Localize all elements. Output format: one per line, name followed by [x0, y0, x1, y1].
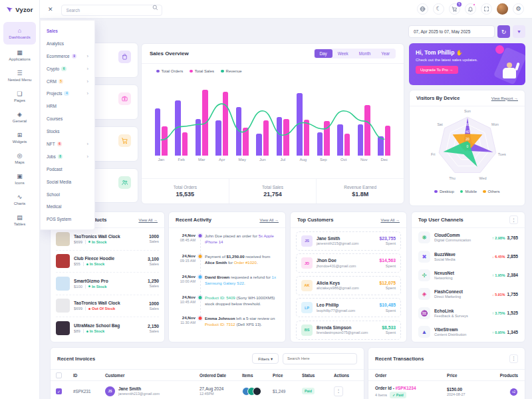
filter-dropdown-button[interactable]: ▼: [513, 25, 525, 38]
channel-row[interactable]: ▲ VibeStream Content Distribution ↑ 0.95…: [412, 323, 525, 341]
flyout-item[interactable]: NFT 6 ›: [41, 138, 94, 150]
flyout-item-label: POS System: [47, 217, 71, 221]
product-sales-unit: Sales: [148, 262, 159, 266]
customer-row[interactable]: JD Jhon Doe jhondoe431@gmail.com $14,563…: [296, 253, 401, 273]
channel-row[interactable]: ✖ BuzzWave Social Media ↓ 6.45% 2,855: [412, 247, 525, 265]
language-icon[interactable]: [417, 3, 428, 15]
col-id: ID: [73, 373, 105, 378]
channel-name: EchoLink: [434, 309, 468, 313]
invoices-title: Recent Invoices: [57, 356, 95, 362]
flyout-item[interactable]: Social Media: [41, 176, 94, 188]
flyout-item[interactable]: CRM 5 ›: [41, 75, 94, 88]
flyout-item[interactable]: Sales: [41, 25, 94, 37]
sidebar-item[interactable]: ◈ General: [3, 108, 36, 127]
divider: [83, 262, 84, 266]
global-search: [61, 3, 162, 16]
cart-icon[interactable]: 5: [449, 3, 460, 15]
radar-chart-wrap: SunMonTuesWedThuFriSat6040200: [410, 106, 525, 189]
customer-name: Jane Smith: [317, 236, 358, 241]
transactions-table-body: Order Id - #SPK1234 4 Items ✓ Paid $150.…: [368, 381, 525, 399]
flyout-item[interactable]: HRM: [41, 100, 94, 112]
transactions-title: Recent Transactions: [375, 356, 424, 362]
sidebar-item[interactable]: ❏ Pages: [3, 87, 36, 106]
customer-row[interactable]: AK Alicia Keys aliciakeys986@gmail.com $…: [296, 276, 401, 295]
product-row[interactable]: UltraMaze School Bag $89 In Stock 2,150 …: [56, 317, 159, 340]
transaction-row[interactable]: Order Id - #SPK1234 4 Items ✓ Paid $150.…: [368, 381, 525, 399]
view-report-link[interactable]: View Report →: [491, 96, 518, 100]
sidebar-item[interactable]: ☰ Nested Menu: [3, 66, 36, 86]
sidebar-item[interactable]: ▤ Tables: [3, 211, 36, 230]
customer-row[interactable]: JS Jane Smith janesmith215@gmail.com $23…: [296, 231, 401, 251]
select-all-checkbox[interactable]: [56, 372, 62, 378]
upgrade-to-pro-button[interactable]: Upgrade To Pro →: [416, 66, 458, 74]
flyout-item[interactable]: Stocks: [41, 125, 94, 138]
activity-date: 24,Nov: [174, 315, 196, 320]
product-row[interactable]: Club Fleece Hoodie $55 In Stock 3,100 Sa…: [56, 251, 159, 273]
dark-mode-icon[interactable]: ☾: [433, 3, 444, 15]
product-row[interactable]: SmartGizmo Pro $100 In Stock 1,250 Sales: [56, 273, 159, 295]
channel-change: ↑ 1.95%: [492, 273, 505, 277]
invoice-row[interactable]: ✓ #SPK231 JS Jane Smith janesmith213@gma…: [51, 381, 364, 399]
sidebar-item[interactable]: ▦ Applications: [3, 46, 36, 65]
products-view-all-link[interactable]: View All →: [138, 218, 158, 222]
settings-gear-icon[interactable]: ⚙: [513, 3, 524, 15]
period-tab[interactable]: Week: [332, 49, 354, 58]
sidebar-item[interactable]: ⌂ Dashboards: [3, 22, 36, 45]
row-actions-icon[interactable]: ⋮: [334, 386, 343, 396]
spent-label: Spent: [379, 241, 396, 245]
flyout-item[interactable]: Ecommerce 9 ›: [41, 50, 94, 63]
flyout-item[interactable]: Courses: [41, 112, 94, 125]
upgrade-promo-card: Hi, Tom Phillip ✋ Check out the latest s…: [409, 43, 525, 85]
customer-row[interactable]: LP Leo Phillip leophillip77@gmail.com $1…: [296, 298, 401, 317]
channel-category: Feedback & Surveys: [434, 314, 468, 318]
filters-button[interactable]: Filters ▾: [252, 353, 279, 364]
date-range-input[interactable]: [408, 25, 495, 38]
close-menu-icon[interactable]: ✕: [48, 6, 53, 13]
product-row[interactable]: TaoTronics Wall Clock $699 In Stock 1000…: [56, 228, 159, 251]
transactions-menu-icon[interactable]: ⋮: [509, 354, 518, 363]
customers-view-all-link[interactable]: View All →: [380, 218, 400, 222]
search-input[interactable]: [61, 5, 162, 16]
flyout-item[interactable]: School: [41, 188, 94, 201]
flyout-item[interactable]: POS System: [41, 213, 94, 225]
flyout-item[interactable]: Podcast: [41, 163, 94, 176]
spent-label: Spent: [379, 264, 396, 268]
fullscreen-icon[interactable]: [481, 3, 492, 15]
stock-status: In Stock: [86, 329, 105, 333]
product-row[interactable]: TaoTronics Wall Clock $699 Out Of Stock …: [56, 295, 159, 318]
app-logo[interactable]: Vyzor: [0, 0, 39, 19]
col-order: Order: [375, 373, 447, 378]
flyout-item[interactable]: Projects 4 ›: [41, 87, 94, 100]
notifications-icon[interactable]: [465, 3, 476, 15]
flyout-item[interactable]: Medical: [41, 200, 94, 213]
flyout-item[interactable]: Analytics: [41, 37, 94, 50]
channel-row[interactable]: ❋ CloudComm Digital Communication ↑ 2.98…: [412, 228, 525, 247]
user-avatar[interactable]: [497, 3, 508, 15]
channels-menu-icon[interactable]: ⋮: [509, 215, 518, 224]
cart-icon: [118, 134, 131, 147]
activity-view-all-link[interactable]: View All →: [259, 218, 279, 222]
svg-text:Sun: Sun: [464, 109, 471, 113]
refresh-button[interactable]: ↻: [497, 25, 510, 38]
period-tab[interactable]: Year: [376, 49, 395, 58]
channels-title: Top User Channels: [418, 217, 464, 223]
footer-stat: Total Sales 21,754: [229, 179, 317, 203]
invoices-search-input[interactable]: [283, 353, 357, 364]
sidebar-item[interactable]: ∿ Charts: [3, 190, 36, 209]
flyout-item[interactable]: Crypto 6 ›: [41, 63, 94, 75]
channel-row[interactable]: ◈ FlashConnect Direct Marketing ↓ 5.91% …: [412, 285, 525, 303]
channel-row[interactable]: ✢ NexusNet Networking ↑ 1.95% 2,384: [412, 266, 525, 285]
chevron-right-icon: ›: [87, 78, 89, 84]
channel-row[interactable]: ♒ EchoLink Feedback & Surveys ↑ 3.75% 1,…: [412, 304, 525, 323]
flyout-item[interactable]: Jobs 8 ›: [41, 150, 94, 163]
period-tab[interactable]: Month: [354, 49, 376, 58]
row-checkbox[interactable]: ✓: [56, 388, 62, 394]
sidebar-item[interactable]: ◎ Maps: [3, 149, 36, 168]
sidebar-item[interactable]: ▣ Icons: [3, 170, 36, 189]
flyout-item-label: Projects: [47, 91, 62, 96]
flyout-item-label: Social Media: [47, 180, 71, 184]
channel-logo-icon: ♒: [418, 307, 430, 319]
customer-row[interactable]: BS Brenda Simpson brendasimpson075@gmail…: [296, 321, 401, 340]
period-tab[interactable]: Day: [315, 49, 332, 58]
sidebar-item[interactable]: ⊞ Widgets: [3, 128, 36, 148]
